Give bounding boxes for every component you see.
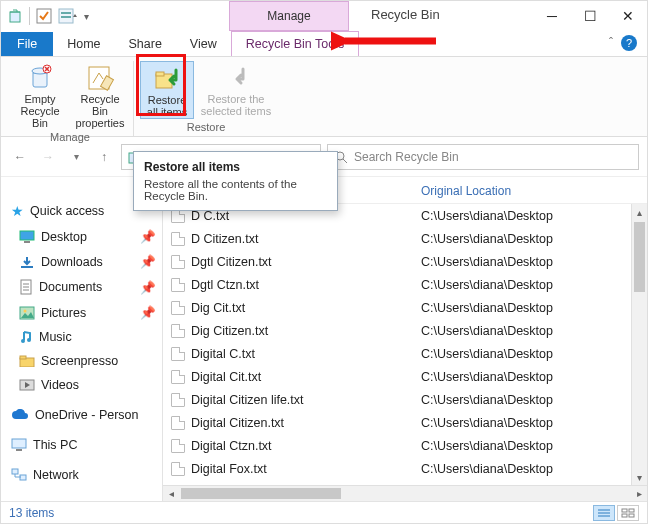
file-name: D Citizen.txt (191, 232, 258, 246)
scroll-down-icon[interactable]: ▾ (632, 469, 647, 485)
nav-music[interactable]: Music (1, 325, 162, 349)
scroll-right-icon[interactable]: ▸ (631, 486, 647, 501)
star-icon: ★ (11, 203, 24, 219)
nav-desktop[interactable]: Desktop 📌 (1, 224, 162, 249)
recent-locations-button[interactable]: ▾ (65, 146, 87, 168)
group-label: Restore (187, 121, 226, 133)
scroll-left-icon[interactable]: ◂ (163, 486, 179, 501)
tab-file[interactable]: File (1, 32, 53, 56)
file-name: Dig Citizen.txt (191, 324, 268, 338)
file-list[interactable]: D C.txtC:\Users\diana\DesktopD Citizen.t… (163, 204, 647, 485)
title-bar: ▾ Manage Recycle Bin ─ ☐ ✕ (1, 1, 647, 31)
file-location: C:\Users\diana\Desktop (421, 209, 553, 223)
table-row[interactable]: Digital C.txtC:\Users\diana\Desktop (171, 342, 647, 365)
maximize-button[interactable]: ☐ (577, 5, 603, 27)
pin-icon: 📌 (140, 280, 156, 295)
file-location: C:\Users\diana\Desktop (421, 278, 553, 292)
svg-rect-29 (622, 509, 627, 512)
up-button[interactable]: ↑ (93, 146, 115, 168)
svg-point-19 (24, 309, 27, 312)
pin-icon: 📌 (140, 229, 156, 244)
table-row[interactable]: Dig Citizen.txtC:\Users\diana\Desktop (171, 319, 647, 342)
table-row[interactable]: Dig Cit.txtC:\Users\diana\Desktop (171, 296, 647, 319)
table-row[interactable]: Digital Citizen.txtC:\Users\diana\Deskto… (171, 411, 647, 434)
music-icon (19, 330, 33, 344)
help-icon[interactable]: ? (621, 35, 637, 51)
forward-button[interactable]: → (37, 146, 59, 168)
column-header-original-location[interactable]: Original Location (421, 184, 647, 198)
window-title: Recycle Bin (371, 7, 440, 22)
table-row[interactable]: Dgtl Ctzn.txtC:\Users\diana\Desktop (171, 273, 647, 296)
svg-rect-31 (622, 514, 627, 517)
svg-rect-16 (21, 266, 33, 268)
svg-rect-23 (20, 356, 26, 359)
tab-view[interactable]: View (176, 32, 231, 56)
svg-rect-26 (16, 449, 22, 451)
nav-downloads[interactable]: Downloads 📌 (1, 249, 162, 274)
file-location: C:\Users\diana\Desktop (421, 324, 553, 338)
close-button[interactable]: ✕ (615, 5, 641, 27)
file-icon (171, 439, 185, 453)
search-box[interactable]: Search Recycle Bin (327, 144, 639, 170)
nav-screenpresso[interactable]: Screenpresso (1, 349, 162, 373)
svg-rect-25 (12, 439, 26, 448)
cloud-icon (11, 409, 29, 421)
restore-selected-items-button: Restore the selected items (200, 61, 272, 119)
checkbox-icon[interactable] (36, 8, 52, 24)
recycle-bin-icon (7, 8, 23, 24)
horizontal-scrollbar[interactable]: ◂ ▸ (163, 485, 647, 501)
network-icon (11, 468, 27, 482)
nav-onedrive[interactable]: OneDrive - Person (1, 403, 162, 427)
tab-home[interactable]: Home (53, 32, 114, 56)
svg-rect-27 (12, 469, 18, 474)
svg-rect-0 (10, 12, 20, 22)
file-icon (171, 370, 185, 384)
table-row[interactable]: Dgtl Citizen.txtC:\Users\diana\Desktop (171, 250, 647, 273)
back-button[interactable]: ← (9, 146, 31, 168)
svg-point-20 (21, 339, 25, 343)
svg-rect-14 (20, 231, 34, 240)
tab-share[interactable]: Share (115, 32, 176, 56)
scroll-thumb[interactable] (181, 488, 341, 499)
table-row[interactable]: Digital Ctzn.txtC:\Users\diana\Desktop (171, 434, 647, 457)
separator (29, 7, 30, 25)
table-row[interactable]: D Citizen.txtC:\Users\diana\Desktop (171, 227, 647, 250)
minimize-button[interactable]: ─ (539, 5, 565, 27)
details-view-button[interactable] (593, 505, 615, 521)
file-icon (171, 462, 185, 476)
pictures-icon (19, 306, 35, 320)
table-row[interactable]: Digital Citizen life.txtC:\Users\diana\D… (171, 388, 647, 411)
nav-pictures[interactable]: Pictures 📌 (1, 300, 162, 325)
tooltip-body: Restore all the contents of the Recycle … (144, 178, 327, 202)
recycle-bin-properties-button[interactable]: Recycle Bin properties (73, 61, 127, 129)
contextual-tab-manage[interactable]: Manage (229, 1, 349, 31)
qat-overflow-icon[interactable]: ▾ (84, 11, 89, 22)
btn-label: Restore all items (147, 94, 187, 118)
navigation-pane[interactable]: ★ Quick access Desktop 📌 Downloads 📌 Doc… (1, 178, 163, 501)
scroll-thumb[interactable] (634, 222, 645, 292)
nav-this-pc[interactable]: This PC (1, 433, 162, 457)
table-row[interactable]: Digital Cit.txtC:\Users\diana\Desktop (171, 365, 647, 388)
dropdown-icon[interactable] (58, 8, 78, 24)
nav-documents[interactable]: Documents 📌 (1, 274, 162, 300)
file-name: Dig Cit.txt (191, 301, 245, 315)
btn-label: Empty Recycle Bin (13, 93, 67, 129)
vertical-scrollbar[interactable]: ▴ ▾ (631, 204, 647, 485)
svg-rect-11 (156, 72, 164, 76)
restore-all-items-button[interactable]: Restore all items (140, 61, 194, 119)
quick-access-toolbar: ▾ (1, 7, 89, 25)
thumbnails-view-button[interactable] (617, 505, 639, 521)
collapse-ribbon-icon[interactable]: ˆ (609, 36, 613, 50)
nav-network[interactable]: Network (1, 463, 162, 487)
ribbon-group-manage: Empty Recycle Bin Recycle Bin properties… (7, 61, 134, 136)
file-icon (171, 301, 185, 315)
desktop-icon (19, 230, 35, 244)
tab-recycle-bin-tools[interactable]: Recycle Bin Tools (231, 31, 359, 56)
svg-rect-32 (629, 514, 634, 517)
empty-recycle-bin-button[interactable]: Empty Recycle Bin (13, 61, 67, 129)
ribbon-tabs: File Home Share View Recycle Bin Tools ˆ… (1, 31, 647, 57)
table-row[interactable]: Digital Fox.txtC:\Users\diana\Desktop (171, 457, 647, 480)
file-name: Digital Citizen.txt (191, 416, 284, 430)
scroll-up-icon[interactable]: ▴ (632, 204, 647, 220)
nav-videos[interactable]: Videos (1, 373, 162, 397)
